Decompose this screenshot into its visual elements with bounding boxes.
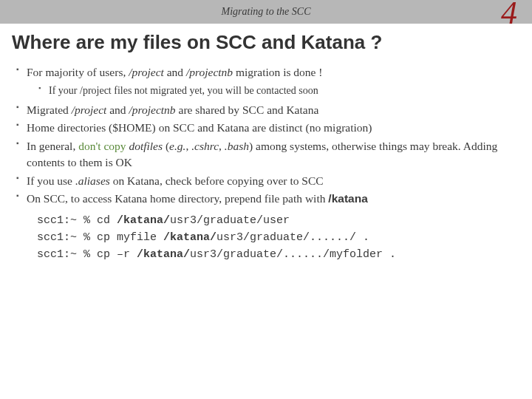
bullet-6: On SCC, to access Katana home directory,… — [16, 191, 516, 207]
code-text: usr3/graduate/user — [170, 214, 290, 227]
text: , — [219, 140, 225, 152]
slide-title: Where are my files on SCC and Katana ? — [0, 24, 532, 64]
path-projectnb: /projectnb — [129, 103, 178, 116]
code-bold: /katana/ — [137, 248, 190, 261]
eg: e.g. — [169, 140, 185, 152]
text: on Katana, check before copying over to … — [113, 174, 324, 187]
bullet-1-sub: If your /project files not migrated yet,… — [38, 83, 516, 98]
page-number: 4 — [501, 0, 517, 30]
text: Migrated — [27, 103, 72, 116]
content-area: For majority of users, /project and /pro… — [0, 64, 532, 263]
text: On SCC, to access Katana home directory,… — [27, 192, 328, 205]
path-project: /project — [72, 103, 110, 116]
text: In general, — [27, 140, 78, 152]
bash: .bash — [225, 140, 249, 152]
header-bar: Migrating to the SCC 4 — [0, 0, 532, 24]
bullet-list: For majority of users, /project and /pro… — [16, 64, 516, 208]
bullet-3: Home directories ($HOME) on SCC and Kata… — [16, 120, 516, 136]
bullet-1: For majority of users, /project and /pro… — [16, 64, 516, 99]
text: are shared by SCC and Katana — [179, 103, 319, 116]
code-text: usr3/graduate/....../ . — [216, 231, 369, 244]
katana-path: /katana — [328, 192, 367, 205]
text: For majority of users, — [27, 66, 129, 78]
bullet-5: If you use .aliases on Katana, check bef… — [16, 173, 516, 189]
code-text: usr3/graduate/....../myfolder . — [190, 248, 396, 261]
code-bold: /katana/ — [117, 214, 170, 227]
code-bold: /katana/ — [163, 231, 216, 244]
text: migration is done ! — [236, 66, 323, 78]
path-project: /project — [129, 66, 167, 78]
emphasis-dont-copy: don't copy — [78, 140, 129, 152]
bullet-2: Migrated /project and /projectnb are sha… — [16, 102, 516, 118]
code-line-1: scc1:~ % cd /katana/usr3/graduate/user — [37, 212, 516, 229]
code-text: scc1:~ % cd — [37, 214, 117, 227]
aliases: .aliases — [75, 174, 113, 187]
bullet-4: In general, don't copy dotfiles (e.g., .… — [16, 138, 516, 171]
code-line-2: scc1:~ % cp myfile /katana/usr3/graduate… — [37, 229, 516, 246]
code-text: scc1:~ % cp myfile — [37, 231, 163, 244]
path-projectnb: /projectnb — [186, 66, 236, 78]
text: and — [167, 66, 186, 78]
header-subtitle: Migrating to the SCC — [222, 6, 311, 18]
code-line-3: scc1:~ % cp –r /katana/usr3/graduate/...… — [37, 246, 516, 263]
text: and — [109, 103, 129, 116]
text: If you use — [27, 174, 75, 187]
dotfiles: dotfiles — [129, 140, 166, 152]
cshrc: .cshrc — [191, 140, 219, 152]
code-text: scc1:~ % cp –r — [37, 248, 137, 261]
code-block: scc1:~ % cd /katana/usr3/graduate/user s… — [16, 212, 516, 264]
